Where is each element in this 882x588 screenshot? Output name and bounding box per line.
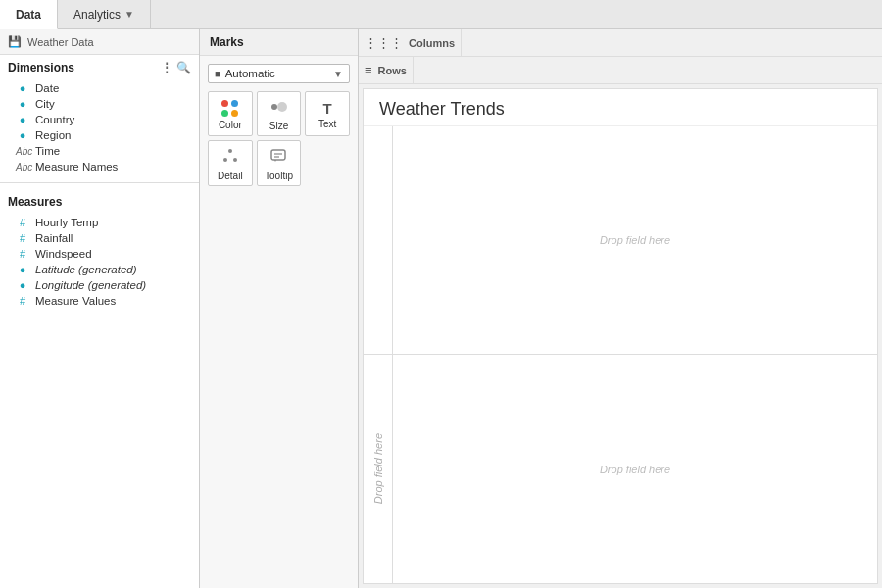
columns-shelf-label: Columns	[409, 37, 455, 49]
chart-y-drop-hint: Drop field here	[372, 433, 384, 504]
tab-analytics-label: Analytics	[74, 8, 121, 22]
field-windspeed[interactable]: # Windspeed	[0, 246, 199, 262]
chart-area: Weather Trends Drop field here Drop fiel…	[363, 88, 878, 584]
field-longitude-label: Longitude (generated)	[35, 279, 146, 291]
tab-analytics[interactable]: Analytics ▼	[58, 0, 151, 28]
field-hourly-temp[interactable]: # Hourly Temp	[0, 215, 199, 230]
mark-text-button[interactable]: T Text	[305, 91, 350, 136]
svg-point-0	[271, 104, 277, 110]
svg-marker-8	[274, 160, 276, 162]
main-layout: 💾 Weather Data Dimensions ⋮ 🔍 ● Date ● C…	[0, 29, 882, 588]
datasource-header: 💾 Weather Data	[0, 29, 199, 55]
hash-icon: #	[16, 232, 29, 244]
chart-top-drop-zone[interactable]: Drop field here	[393, 126, 877, 355]
mark-tooltip-label: Tooltip	[265, 171, 293, 181]
chart-y-axis: Drop field here	[364, 126, 393, 583]
field-measure-names[interactable]: Abc Measure Names	[0, 159, 199, 174]
mark-tooltip-button[interactable]: Tooltip	[257, 140, 302, 186]
field-rainfall[interactable]: # Rainfall	[0, 230, 199, 246]
globe-icon: ●	[16, 98, 29, 110]
globe-icon: ●	[16, 279, 29, 291]
color-dots-icon	[221, 100, 239, 118]
marks-title: Marks	[200, 29, 358, 56]
marks-type-icon: ■	[215, 68, 221, 79]
hash-icon: #	[16, 217, 29, 228]
svg-point-4	[233, 158, 237, 162]
field-region-label: Region	[35, 129, 71, 141]
svg-point-2	[228, 149, 232, 153]
svg-rect-5	[271, 150, 285, 160]
globe-icon: ●	[16, 82, 29, 94]
field-longitude[interactable]: ● Longitude (generated)	[0, 277, 199, 293]
right-panel: ⋮⋮⋮ Columns ≡ Rows Weather Trends Drop f…	[359, 29, 882, 588]
grid-icon[interactable]: ⋮	[161, 61, 172, 74]
size-icon	[270, 98, 287, 119]
search-icon[interactable]: 🔍	[176, 61, 191, 74]
marks-type-dropdown[interactable]: ■ Automatic ▼	[208, 64, 350, 83]
chart-title-text: Weather Trends	[379, 99, 505, 119]
field-region[interactable]: ● Region	[0, 127, 199, 143]
marks-dropdown-arrow-icon: ▼	[333, 69, 343, 79]
mark-detail-label: Detail	[218, 171, 243, 181]
rows-shelf-drop-area[interactable]	[413, 57, 876, 83]
marks-panel: Marks ■ Automatic ▼ Color	[200, 29, 359, 588]
tooltip-icon	[270, 147, 287, 169]
dimensions-section-header: Dimensions ⋮ 🔍	[0, 55, 199, 78]
field-latitude-label: Latitude (generated)	[35, 264, 137, 275]
field-latitude[interactable]: ● Latitude (generated)	[0, 262, 199, 277]
field-time[interactable]: Abc Time	[0, 143, 199, 159]
chart-top-drop-hint: Drop field here	[600, 234, 670, 246]
field-date[interactable]: ● Date	[0, 80, 199, 96]
dimensions-list: ● Date ● City ● Country ● Region Abc Tim…	[0, 78, 199, 176]
rows-shelf: ≡ Rows	[359, 57, 882, 84]
section-divider	[0, 182, 199, 183]
mark-color-button[interactable]: Color	[208, 91, 253, 136]
globe-icon: ●	[16, 129, 29, 141]
chart-y-top-drop[interactable]	[364, 126, 392, 355]
mark-size-button[interactable]: Size	[257, 91, 302, 136]
chart-bottom-drop-hint: Drop field here	[600, 464, 670, 475]
field-hourly-temp-label: Hourly Temp	[35, 217, 98, 228]
field-city[interactable]: ● City	[0, 96, 199, 112]
abc-icon: Abc	[16, 146, 29, 157]
mark-color-label: Color	[219, 120, 242, 130]
measures-label: Measures	[8, 195, 62, 209]
field-country[interactable]: ● Country	[0, 112, 199, 127]
field-date-label: Date	[35, 82, 59, 94]
tab-data[interactable]: Data	[0, 0, 58, 29]
datasource-icon: 💾	[8, 35, 22, 48]
field-city-label: City	[35, 98, 55, 110]
chart-bottom-drop-zone[interactable]: Drop field here	[393, 355, 877, 583]
top-tab-bar: Data Analytics ▼	[0, 0, 882, 29]
hash-icon: #	[16, 248, 29, 260]
dimensions-header-icons: ⋮ 🔍	[161, 61, 191, 74]
abc-icon: Abc	[16, 162, 29, 172]
field-rainfall-label: Rainfall	[35, 232, 73, 244]
mark-detail-button[interactable]: Detail	[208, 140, 253, 186]
columns-shelf-drop-area[interactable]	[461, 29, 876, 56]
marks-buttons-grid: Color Size T Text	[200, 91, 358, 194]
field-time-label: Time	[35, 145, 60, 157]
marks-type-label: Automatic	[225, 68, 329, 79]
field-windspeed-label: Windspeed	[35, 248, 92, 260]
globe-icon: ●	[16, 264, 29, 275]
chart-main: Drop field here Drop field here	[393, 126, 877, 583]
field-measure-names-label: Measure Names	[35, 161, 118, 172]
marks-title-label: Marks	[210, 35, 244, 49]
rows-shelf-label: Rows	[378, 65, 407, 76]
field-measure-values-label: Measure Values	[35, 295, 116, 307]
columns-shelf-icon: ⋮⋮⋮	[365, 35, 403, 50]
columns-shelf: ⋮⋮⋮ Columns	[359, 29, 882, 57]
chart-body: Drop field here Drop field here Drop fie…	[364, 126, 877, 583]
left-panel: 💾 Weather Data Dimensions ⋮ 🔍 ● Date ● C…	[0, 29, 200, 588]
dimensions-label: Dimensions	[8, 61, 74, 74]
measures-list: # Hourly Temp # Rainfall # Windspeed ● L…	[0, 213, 199, 311]
tab-analytics-arrow: ▼	[124, 9, 134, 20]
measures-section-header: Measures	[0, 189, 199, 213]
chart-y-bottom-drop[interactable]: Drop field here	[364, 355, 392, 583]
svg-point-3	[223, 158, 227, 162]
svg-point-1	[277, 102, 287, 112]
datasource-label: Weather Data	[27, 36, 94, 48]
mark-text-label: Text	[318, 119, 336, 129]
field-measure-values[interactable]: # Measure Values	[0, 293, 199, 309]
